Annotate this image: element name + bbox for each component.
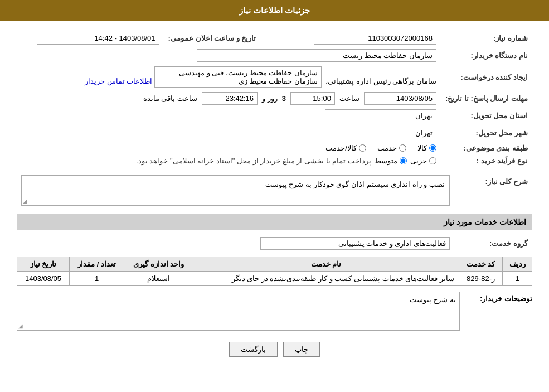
topic-goods-option[interactable]: کالا <box>417 144 436 152</box>
province-value: تهران <box>325 109 436 122</box>
table-row: 1 ز-82-829 سایر فعالیت‌های خدمات پشتیبان… <box>17 272 532 286</box>
col-unit: واحد اندازه گیری <box>124 257 193 272</box>
services-table: ردیف کد خدمت نام خدمت واحد اندازه گیری ت… <box>17 257 532 286</box>
cell-unit: استعلام <box>124 272 193 286</box>
process-partial-label: جزیی <box>410 157 427 165</box>
province-label: استان محل تحویل: <box>441 107 532 124</box>
topic-goods-service-option[interactable]: کالا/خدمت <box>325 144 366 152</box>
topic-label: طبقه بندی موضوعی: <box>441 142 532 154</box>
need-number-label: شماره نیاز: <box>441 30 532 47</box>
process-medium-option[interactable]: متوسط <box>375 157 407 165</box>
process-partial-radio[interactable] <box>429 157 436 164</box>
creator-label: ایجاد کننده درخواست: <box>441 64 532 90</box>
cell-service-code: ز-82-829 <box>459 272 503 286</box>
response-deadline-label: مهلت ارسال پاسخ: تا تاریخ: <box>441 90 532 107</box>
buyer-comments-row: توضیحات خریدار: به شرح پیوست ◢ <box>17 292 532 331</box>
process-medium-label: متوسط <box>375 157 397 165</box>
city-value: تهران <box>325 127 436 139</box>
resize-handle[interactable]: ◢ <box>23 198 27 204</box>
col-date: تاریخ نیاز <box>17 257 70 272</box>
cell-row-num: 1 <box>503 272 532 286</box>
print-button[interactable]: چاپ <box>283 342 320 357</box>
buyer-comments-box: به شرح پیوست ◢ <box>17 292 460 331</box>
description-label: شرح کلی نیاز: <box>454 173 532 208</box>
description-box: نصب و راه اندازی سیستم اذان گوی خودکار ب… <box>21 175 450 206</box>
page-header: جزئیات اطلاعات نیاز <box>0 0 549 21</box>
col-quantity: تعداد / مقدار <box>70 257 124 272</box>
remaining-time-label: ساعت باقی مانده <box>143 94 197 103</box>
buyer-org-label: نام دستگاه خریدار: <box>441 47 532 64</box>
buyer-comments-label: توضیحات خریدار: <box>465 292 532 303</box>
cell-date: 1403/08/05 <box>17 272 70 286</box>
services-section-header: اطلاعات خدمات مورد نیاز <box>17 214 532 230</box>
process-medium-radio[interactable] <box>400 157 407 164</box>
back-button[interactable]: بازگشت <box>229 342 278 357</box>
topic-service-radio[interactable] <box>399 144 406 152</box>
announce-date-value: 1403/08/01 - 14:42 <box>37 32 159 45</box>
col-service-code: کد خدمت <box>459 257 503 272</box>
description-value: نصب و راه اندازی سیستم اذان گوی خودکار ب… <box>265 180 445 188</box>
need-number-value: 1103003072000168 <box>314 32 436 45</box>
footer-buttons: چاپ بازگشت <box>17 342 532 357</box>
remaining-time-value: 23:42:16 <box>202 92 258 105</box>
col-row-num: ردیف <box>503 257 532 272</box>
topic-goods-service-label: کالا/خدمت <box>325 144 357 152</box>
buyer-org-value: سازمان حفاظت محیط زیست <box>197 49 436 62</box>
topic-goods-service-radio[interactable] <box>359 144 366 152</box>
deadline-time-label: ساعت <box>339 94 359 103</box>
buyer-desc-resize-handle[interactable]: ◢ <box>18 323 23 329</box>
service-group-label: گروه خدمت: <box>454 235 532 252</box>
creator-system-text: سامان برگاهی رئیس اداره پشتیبانی، <box>325 77 436 85</box>
remaining-days-value: 3 <box>282 94 286 103</box>
creator-value: سازمان حفاظت محیط زیست، فنی و مهندسی ساز… <box>154 66 322 88</box>
process-note-text: پرداخت تمام یا بخشی از مبلغ خریدار از مح… <box>136 157 371 165</box>
creator-link[interactable]: اطلاعات تماس خریدار <box>85 77 152 85</box>
city-label: شهر محل تحویل: <box>441 124 532 142</box>
process-label: نوع فرآیند خرید : <box>441 154 532 167</box>
topic-goods-label: کالا <box>417 144 427 152</box>
announce-date-label: تاریخ و ساعت اعلان عمومی: <box>164 30 261 47</box>
deadline-time-value: 15:00 <box>290 92 335 105</box>
cell-quantity: 1 <box>70 272 124 286</box>
topic-goods-radio[interactable] <box>429 144 436 152</box>
process-partial-option[interactable]: جزیی <box>410 157 436 165</box>
buyer-comments-value: به شرح پیوست <box>410 296 456 304</box>
service-group-value: فعالیت‌های اداری و خدمات پشتیبانی <box>260 237 450 250</box>
remaining-days-label: روز و <box>262 94 278 103</box>
deadline-date-value: 1403/08/05 <box>364 92 436 105</box>
topic-service-label: خدمت <box>377 144 397 152</box>
col-service-name: نام خدمت <box>193 257 459 272</box>
topic-service-option[interactable]: خدمت <box>377 144 406 152</box>
cell-service-name: سایر فعالیت‌های خدمات پشتیبانی کسب و کار… <box>193 272 459 286</box>
page-title: جزئیات اطلاعات نیاز <box>239 6 310 15</box>
